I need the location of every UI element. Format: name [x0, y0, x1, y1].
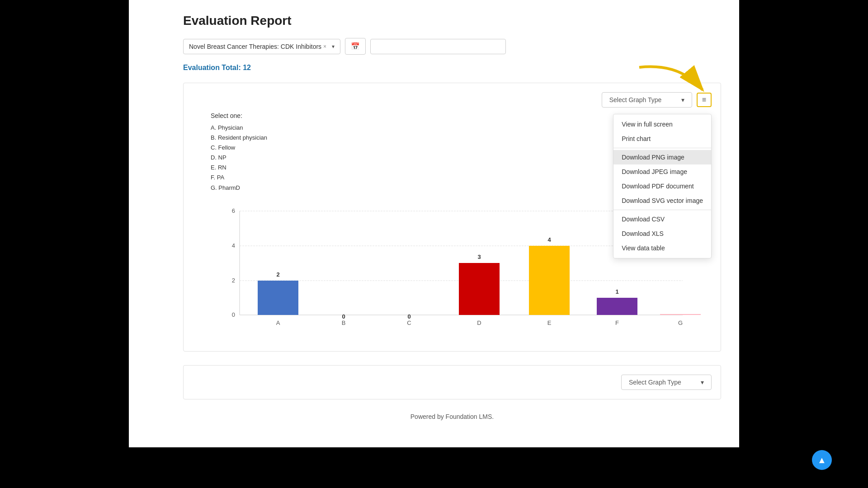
bottom-graph-type-label: Select Graph Type	[629, 379, 681, 386]
menu-item-pdf[interactable]: Download PDF document	[613, 179, 711, 193]
page-title: Evaluation Report	[183, 14, 721, 28]
bar-d	[459, 263, 500, 315]
page-wrapper: Evaluation Report Novel Breast Cancer Th…	[129, 0, 739, 447]
tag-filter-select[interactable]: Novel Breast Cancer Therapies: CDK Inhib…	[183, 39, 340, 54]
bar-f	[597, 298, 637, 315]
bottom-graph-type-dropdown[interactable]: Select Graph Type ▾	[621, 375, 712, 390]
svg-text:0: 0	[407, 313, 410, 320]
graph-type-label: Select Graph Type	[609, 96, 662, 103]
calendar-icon: 📅	[351, 42, 360, 50]
divider-1	[613, 148, 711, 148]
footer-text: Powered by Foundation LMS.	[410, 413, 494, 420]
bar-g	[660, 314, 701, 315]
svg-text:6: 6	[232, 207, 235, 214]
context-menu: View in full screen Print chart Download…	[613, 114, 712, 258]
chart-top-controls: Select Graph Type ▾ ≡ View in full scree…	[193, 92, 712, 108]
filter-row: Novel Breast Cancer Therapies: CDK Inhib…	[183, 38, 721, 55]
divider-2	[613, 210, 711, 210]
svg-text:D: D	[477, 319, 481, 326]
graph-type-dropdown[interactable]: Select Graph Type ▾	[602, 92, 692, 108]
bottom-section: Select Graph Type ▾	[183, 365, 721, 399]
filter-tag-remove[interactable]: ×	[323, 43, 326, 50]
menu-item-fullscreen[interactable]: View in full screen	[613, 117, 711, 131]
menu-item-svg[interactable]: Download SVG vector image	[613, 193, 711, 208]
svg-text:A: A	[276, 319, 280, 326]
filter-tag-label: Novel Breast Cancer Therapies: CDK Inhib…	[189, 43, 321, 50]
bar-a	[258, 281, 298, 315]
svg-text:E: E	[547, 319, 552, 326]
hamburger-menu-button[interactable]: ≡	[697, 93, 712, 107]
chart-section: Select Graph Type ▾ ≡ View in full scree…	[183, 83, 721, 352]
eval-total: Evaluation Total: 12	[183, 64, 721, 72]
menu-item-table[interactable]: View data table	[613, 241, 711, 255]
menu-item-xls[interactable]: Download XLS	[613, 226, 711, 241]
bar-e	[529, 246, 570, 315]
date-input[interactable]	[370, 39, 506, 54]
svg-text:4: 4	[547, 236, 551, 243]
svg-text:3: 3	[477, 253, 481, 260]
bottom-graph-type-chevron: ▾	[701, 379, 704, 386]
svg-text:2: 2	[276, 271, 279, 278]
menu-item-print[interactable]: Print chart	[613, 131, 711, 146]
graph-type-chevron: ▾	[681, 96, 684, 103]
svg-text:2: 2	[232, 277, 235, 284]
menu-item-png[interactable]: Download PNG image	[613, 150, 711, 164]
menu-item-csv[interactable]: Download CSV	[613, 212, 711, 226]
svg-text:4: 4	[232, 242, 235, 249]
svg-text:F: F	[615, 319, 619, 326]
svg-text:1: 1	[615, 288, 618, 295]
filter-tag: Novel Breast Cancer Therapies: CDK Inhib…	[189, 43, 335, 50]
calendar-button[interactable]: 📅	[345, 38, 366, 55]
menu-item-jpeg[interactable]: Download JPEG image	[613, 164, 711, 179]
footer: Powered by Foundation LMS.	[183, 413, 721, 429]
svg-text:0: 0	[342, 313, 345, 320]
svg-text:B: B	[342, 319, 346, 326]
svg-text:G: G	[678, 319, 683, 326]
svg-text:C: C	[407, 319, 411, 326]
filter-chevron: ▾	[332, 43, 335, 50]
svg-text:0: 0	[232, 311, 235, 318]
